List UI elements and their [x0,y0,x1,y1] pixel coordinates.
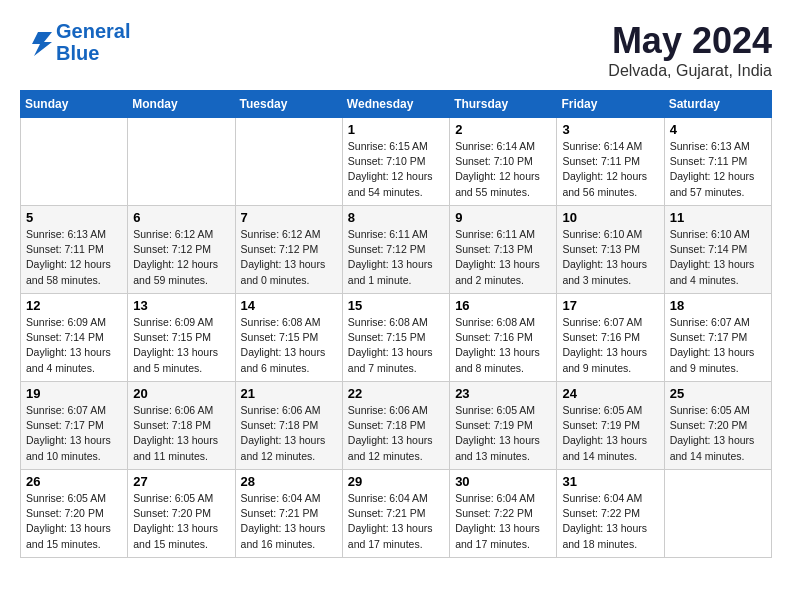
day-detail: Sunrise: 6:10 AM Sunset: 7:14 PM Dayligh… [670,227,766,288]
day-number: 14 [241,298,337,313]
day-detail: Sunrise: 6:11 AM Sunset: 7:12 PM Dayligh… [348,227,444,288]
weekday-header-saturday: Saturday [664,91,771,118]
calendar-cell [664,470,771,558]
calendar-cell: 28Sunrise: 6:04 AM Sunset: 7:21 PM Dayli… [235,470,342,558]
day-number: 5 [26,210,122,225]
day-detail: Sunrise: 6:04 AM Sunset: 7:22 PM Dayligh… [562,491,658,552]
calendar-cell: 18Sunrise: 6:07 AM Sunset: 7:17 PM Dayli… [664,294,771,382]
day-number: 3 [562,122,658,137]
calendar-cell: 24Sunrise: 6:05 AM Sunset: 7:19 PM Dayli… [557,382,664,470]
calendar-cell: 25Sunrise: 6:05 AM Sunset: 7:20 PM Dayli… [664,382,771,470]
calendar-cell: 13Sunrise: 6:09 AM Sunset: 7:15 PM Dayli… [128,294,235,382]
calendar-week-row: 12Sunrise: 6:09 AM Sunset: 7:14 PM Dayli… [21,294,772,382]
day-detail: Sunrise: 6:11 AM Sunset: 7:13 PM Dayligh… [455,227,551,288]
calendar-cell: 14Sunrise: 6:08 AM Sunset: 7:15 PM Dayli… [235,294,342,382]
weekday-header-friday: Friday [557,91,664,118]
calendar-cell: 3Sunrise: 6:14 AM Sunset: 7:11 PM Daylig… [557,118,664,206]
calendar-cell: 22Sunrise: 6:06 AM Sunset: 7:18 PM Dayli… [342,382,449,470]
day-number: 26 [26,474,122,489]
weekday-header-thursday: Thursday [450,91,557,118]
svg-marker-0 [32,32,52,56]
calendar-cell: 21Sunrise: 6:06 AM Sunset: 7:18 PM Dayli… [235,382,342,470]
day-detail: Sunrise: 6:13 AM Sunset: 7:11 PM Dayligh… [670,139,766,200]
day-number: 1 [348,122,444,137]
calendar-week-row: 19Sunrise: 6:07 AM Sunset: 7:17 PM Dayli… [21,382,772,470]
day-number: 27 [133,474,229,489]
day-number: 11 [670,210,766,225]
day-detail: Sunrise: 6:05 AM Sunset: 7:19 PM Dayligh… [562,403,658,464]
calendar-cell: 27Sunrise: 6:05 AM Sunset: 7:20 PM Dayli… [128,470,235,558]
day-number: 12 [26,298,122,313]
day-number: 28 [241,474,337,489]
day-detail: Sunrise: 6:12 AM Sunset: 7:12 PM Dayligh… [133,227,229,288]
day-detail: Sunrise: 6:04 AM Sunset: 7:22 PM Dayligh… [455,491,551,552]
day-detail: Sunrise: 6:05 AM Sunset: 7:20 PM Dayligh… [26,491,122,552]
calendar-table: SundayMondayTuesdayWednesdayThursdayFrid… [20,90,772,558]
day-detail: Sunrise: 6:14 AM Sunset: 7:10 PM Dayligh… [455,139,551,200]
calendar-week-row: 1Sunrise: 6:15 AM Sunset: 7:10 PM Daylig… [21,118,772,206]
calendar-cell [21,118,128,206]
month-year: May 2024 [608,20,772,62]
calendar-cell: 2Sunrise: 6:14 AM Sunset: 7:10 PM Daylig… [450,118,557,206]
logo-line2: Blue [56,42,99,64]
day-detail: Sunrise: 6:07 AM Sunset: 7:16 PM Dayligh… [562,315,658,376]
day-detail: Sunrise: 6:08 AM Sunset: 7:15 PM Dayligh… [348,315,444,376]
day-number: 22 [348,386,444,401]
calendar-cell: 4Sunrise: 6:13 AM Sunset: 7:11 PM Daylig… [664,118,771,206]
day-number: 18 [670,298,766,313]
day-detail: Sunrise: 6:10 AM Sunset: 7:13 PM Dayligh… [562,227,658,288]
calendar-cell: 10Sunrise: 6:10 AM Sunset: 7:13 PM Dayli… [557,206,664,294]
day-detail: Sunrise: 6:06 AM Sunset: 7:18 PM Dayligh… [133,403,229,464]
calendar-cell: 1Sunrise: 6:15 AM Sunset: 7:10 PM Daylig… [342,118,449,206]
calendar-cell: 12Sunrise: 6:09 AM Sunset: 7:14 PM Dayli… [21,294,128,382]
calendar-cell: 9Sunrise: 6:11 AM Sunset: 7:13 PM Daylig… [450,206,557,294]
day-number: 6 [133,210,229,225]
calendar-cell: 30Sunrise: 6:04 AM Sunset: 7:22 PM Dayli… [450,470,557,558]
day-number: 17 [562,298,658,313]
weekday-header-tuesday: Tuesday [235,91,342,118]
day-number: 24 [562,386,658,401]
calendar-cell: 16Sunrise: 6:08 AM Sunset: 7:16 PM Dayli… [450,294,557,382]
day-detail: Sunrise: 6:08 AM Sunset: 7:16 PM Dayligh… [455,315,551,376]
day-number: 23 [455,386,551,401]
day-number: 2 [455,122,551,137]
calendar-week-row: 5Sunrise: 6:13 AM Sunset: 7:11 PM Daylig… [21,206,772,294]
day-number: 30 [455,474,551,489]
day-detail: Sunrise: 6:08 AM Sunset: 7:15 PM Dayligh… [241,315,337,376]
day-number: 13 [133,298,229,313]
day-number: 31 [562,474,658,489]
day-number: 21 [241,386,337,401]
day-number: 29 [348,474,444,489]
weekday-header-sunday: Sunday [21,91,128,118]
day-detail: Sunrise: 6:09 AM Sunset: 7:15 PM Dayligh… [133,315,229,376]
logo-line1: General [56,20,130,42]
day-detail: Sunrise: 6:04 AM Sunset: 7:21 PM Dayligh… [348,491,444,552]
day-detail: Sunrise: 6:04 AM Sunset: 7:21 PM Dayligh… [241,491,337,552]
day-detail: Sunrise: 6:06 AM Sunset: 7:18 PM Dayligh… [348,403,444,464]
calendar-cell: 20Sunrise: 6:06 AM Sunset: 7:18 PM Dayli… [128,382,235,470]
day-detail: Sunrise: 6:05 AM Sunset: 7:20 PM Dayligh… [133,491,229,552]
day-number: 25 [670,386,766,401]
logo-icon [20,28,52,56]
day-detail: Sunrise: 6:06 AM Sunset: 7:18 PM Dayligh… [241,403,337,464]
day-detail: Sunrise: 6:05 AM Sunset: 7:19 PM Dayligh… [455,403,551,464]
calendar-cell [235,118,342,206]
calendar-cell: 26Sunrise: 6:05 AM Sunset: 7:20 PM Dayli… [21,470,128,558]
day-number: 20 [133,386,229,401]
calendar-cell: 7Sunrise: 6:12 AM Sunset: 7:12 PM Daylig… [235,206,342,294]
page-header: General Blue May 2024 Delvada, Gujarat, … [20,20,772,80]
day-number: 7 [241,210,337,225]
day-number: 4 [670,122,766,137]
day-detail: Sunrise: 6:12 AM Sunset: 7:12 PM Dayligh… [241,227,337,288]
calendar-cell: 5Sunrise: 6:13 AM Sunset: 7:11 PM Daylig… [21,206,128,294]
day-detail: Sunrise: 6:07 AM Sunset: 7:17 PM Dayligh… [670,315,766,376]
calendar-cell: 17Sunrise: 6:07 AM Sunset: 7:16 PM Dayli… [557,294,664,382]
day-number: 9 [455,210,551,225]
calendar-cell: 11Sunrise: 6:10 AM Sunset: 7:14 PM Dayli… [664,206,771,294]
logo: General Blue [20,20,130,64]
calendar-cell: 23Sunrise: 6:05 AM Sunset: 7:19 PM Dayli… [450,382,557,470]
day-number: 10 [562,210,658,225]
calendar-week-row: 26Sunrise: 6:05 AM Sunset: 7:20 PM Dayli… [21,470,772,558]
weekday-header-row: SundayMondayTuesdayWednesdayThursdayFrid… [21,91,772,118]
title-block: May 2024 Delvada, Gujarat, India [608,20,772,80]
